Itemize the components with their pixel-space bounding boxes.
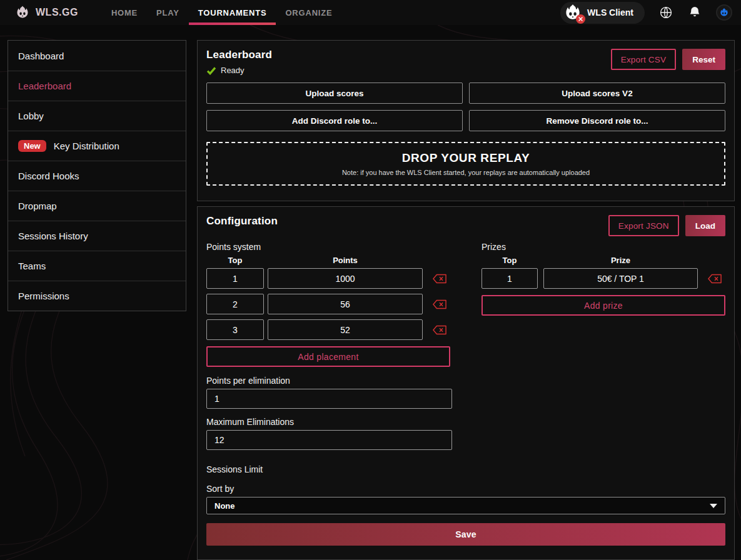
sidebar-item-label: Dropmap — [18, 201, 57, 211]
new-badge: New — [18, 140, 46, 152]
sidebar-item-discord-hooks[interactable]: Discord Hooks — [8, 161, 186, 191]
backspace-delete-icon — [433, 325, 446, 335]
sidebar-item-label: Teams — [18, 261, 46, 271]
leaderboard-panel: Leaderboard Ready Export CSV Reset Uploa… — [197, 40, 735, 201]
backspace-delete-icon — [708, 274, 722, 284]
dropzone-note: Note: if you have the WLS Client started… — [342, 169, 590, 176]
placement-points-input[interactable] — [268, 294, 423, 314]
placement-points-input[interactable] — [268, 268, 423, 289]
status-text: Ready — [221, 66, 244, 75]
sidebar-item-label: Lobby — [18, 111, 44, 121]
points-row — [206, 268, 450, 289]
ready-check-icon — [206, 66, 216, 75]
prize-value-input[interactable] — [543, 268, 698, 289]
user-avatar[interactable] — [716, 4, 732, 21]
nav-item-tournaments[interactable]: TOURNAMENTS — [189, 0, 276, 25]
points-system-table: Top Points — [206, 256, 450, 367]
configuration-panel-header: Configuration Export JSON Load — [206, 215, 725, 236]
leaderboard-status: Ready — [206, 66, 272, 75]
sidebar-item-label: Leaderboard — [18, 81, 71, 91]
sort-by-label: Sort by — [206, 484, 725, 494]
leaderboard-title: Leaderboard — [206, 49, 272, 61]
nav-links: HOME PLAY TOURNAMENTS ORGANIZE — [102, 0, 342, 25]
sidebar-item-label: Permissions — [18, 291, 69, 301]
sidebar-item-label: Discord Hooks — [18, 171, 79, 181]
sidebar-item-teams[interactable]: Teams — [8, 251, 186, 281]
prize-row — [481, 268, 725, 289]
export-json-button[interactable]: Export JSON — [608, 215, 679, 236]
sidebar-item-key-distribution[interactable]: New Key Distribution — [8, 131, 186, 161]
upload-scores-v2-button[interactable]: Upload scores V2 — [469, 82, 725, 104]
remove-prize-button[interactable] — [708, 274, 722, 284]
add-prize-button[interactable]: Add prize — [481, 295, 725, 316]
remove-placement-button[interactable] — [433, 299, 446, 309]
nav-item-play[interactable]: PLAY — [147, 0, 189, 25]
nav-right: WLS Client — [560, 2, 732, 24]
points-per-elimination-input[interactable] — [206, 389, 452, 409]
client-disconnected-badge-icon — [576, 14, 585, 24]
points-row — [206, 294, 450, 314]
load-button[interactable]: Load — [685, 215, 725, 236]
placement-top-input[interactable] — [206, 319, 264, 340]
brand-name: WLS.GG — [36, 7, 78, 18]
brand[interactable]: WLS.GG — [15, 5, 78, 20]
sidebar: Dashboard Leaderboard Lobby New Key Dist… — [8, 40, 186, 311]
sidebar-item-label: Key Distribution — [54, 141, 119, 151]
sidebar-item-dashboard[interactable]: Dashboard — [8, 41, 186, 71]
points-row — [206, 319, 450, 340]
configuration-panel: Configuration Export JSON Load Points sy… — [197, 206, 735, 560]
upload-scores-button[interactable]: Upload scores — [206, 82, 463, 104]
dropzone-title: DROP YOUR REPLAY — [402, 151, 530, 165]
backspace-delete-icon — [433, 274, 446, 284]
prizes-col-header-top: Top — [481, 256, 538, 265]
chevron-down-icon — [710, 504, 717, 508]
export-csv-button[interactable]: Export CSV — [611, 49, 677, 70]
sidebar-item-lobby[interactable]: Lobby — [8, 101, 186, 131]
wls-logo-icon — [15, 5, 30, 20]
backspace-delete-icon — [433, 299, 446, 309]
sort-by-selected-value: None — [214, 501, 235, 511]
prizes-table: Top Prize Add prize — [481, 256, 725, 367]
nav-item-organize[interactable]: ORGANIZE — [276, 0, 341, 25]
points-col-header-points: Points — [268, 256, 423, 265]
remove-placement-button[interactable] — [433, 325, 446, 335]
wls-client-icon-wrap — [563, 3, 582, 22]
leaderboard-actions: Upload scores Upload scores V2 Add Disco… — [206, 82, 725, 131]
placement-points-input[interactable] — [268, 319, 423, 340]
nav-item-home[interactable]: HOME — [102, 0, 147, 25]
points-col-header-top: Top — [206, 256, 264, 265]
replay-dropzone[interactable]: DROP YOUR REPLAY Note: if you have the W… — [206, 142, 725, 186]
reset-button[interactable]: Reset — [682, 49, 725, 70]
remove-placement-button[interactable] — [433, 274, 446, 284]
language-globe-icon[interactable] — [658, 5, 673, 20]
configuration-title: Configuration — [206, 215, 278, 228]
sort-by-select[interactable]: None — [206, 497, 725, 514]
placement-top-input[interactable] — [206, 294, 264, 314]
sidebar-item-permissions[interactable]: Permissions — [8, 281, 186, 311]
prize-top-input[interactable] — [481, 268, 538, 289]
sidebar-item-leaderboard[interactable]: Leaderboard — [8, 71, 186, 101]
prizes-label: Prizes — [481, 242, 506, 252]
add-discord-role-button[interactable]: Add Discord role to... — [206, 110, 463, 131]
sidebar-item-dropmap[interactable]: Dropmap — [8, 191, 186, 221]
sessions-limit-label: Sessions Limit — [206, 464, 725, 474]
wls-client-button[interactable]: WLS Client — [560, 2, 645, 24]
sidebar-item-label: Sessions History — [18, 231, 88, 241]
top-nav: WLS.GG HOME PLAY TOURNAMENTS ORGANIZE WL… — [0, 0, 741, 25]
add-placement-button[interactable]: Add placement — [206, 346, 450, 367]
wls-client-label: WLS Client — [587, 8, 633, 18]
maximum-eliminations-label: Maximum Eliminations — [206, 417, 725, 427]
placement-top-input[interactable] — [206, 268, 264, 289]
sidebar-item-label: Dashboard — [18, 51, 64, 61]
remove-discord-role-button[interactable]: Remove Discord role to... — [469, 110, 725, 131]
notifications-bell-icon[interactable] — [687, 5, 702, 20]
points-per-elimination-label: Points per elimination — [206, 376, 725, 386]
prizes-col-header-prize: Prize — [543, 256, 698, 265]
save-button[interactable]: Save — [206, 523, 725, 546]
maximum-eliminations-input[interactable] — [206, 430, 452, 450]
leaderboard-panel-header: Leaderboard Ready Export CSV Reset — [206, 49, 725, 75]
sidebar-item-sessions-history[interactable]: Sessions History — [8, 221, 186, 251]
points-system-label: Points system — [206, 242, 481, 252]
